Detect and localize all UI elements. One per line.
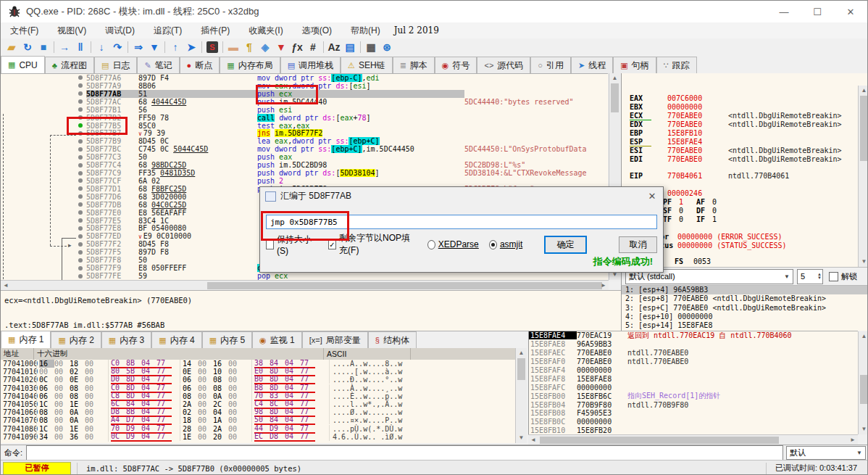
bp-dot[interactable] bbox=[78, 242, 83, 247]
register-row-EBX[interactable]: EBX00000000 bbox=[630, 103, 728, 111]
tab-调用堆栈[interactable]: ▤调用堆栈 bbox=[280, 57, 341, 73]
dump-row[interactable]: 77041090340036000CD904771E002000ECD80477… bbox=[1, 433, 515, 441]
menu-item[interactable]: 文件(F) bbox=[1, 25, 48, 37]
disasm-row[interactable]: 5D8F77C9FF35 0481D35Dpush dword ptr ds:[… bbox=[1, 169, 608, 177]
disasm-row[interactable]: 5D8F77AB51push ecx bbox=[1, 90, 608, 98]
argument-row[interactable]: 2: [esp+8] 770EABE0 <ntdll.DbgUiRemoteBr… bbox=[622, 294, 868, 303]
breakpoint-gutter[interactable] bbox=[1, 129, 86, 137]
dump-header-ascii[interactable]: ASCII bbox=[324, 348, 411, 360]
register-row-EIP[interactable]: EIP770B4061ntdll.770B4061 bbox=[630, 172, 789, 180]
bp-dot[interactable] bbox=[78, 234, 83, 239]
stack-row[interactable]: 15E8FAF815E8FAE8 bbox=[529, 374, 858, 383]
breakpoint-gutter[interactable] bbox=[1, 193, 86, 201]
bp-dot[interactable] bbox=[78, 226, 83, 231]
tab-CPU[interactable]: ▦CPU bbox=[1, 56, 45, 73]
tab-句柄[interactable]: ▣句柄 bbox=[613, 57, 656, 73]
breakpoint-gutter[interactable] bbox=[1, 122, 86, 130]
breakpoint-gutter[interactable] bbox=[1, 177, 86, 185]
disasm-row[interactable]: 5D8F77C350push eax bbox=[1, 153, 608, 161]
patch-icon[interactable]: ▬ bbox=[225, 40, 241, 54]
register-row-EDI[interactable]: EDI770EABE0<ntdll.DbgUiRemoteBreakin> bbox=[630, 155, 842, 163]
step-into-icon[interactable]: ↓ bbox=[93, 40, 109, 54]
bp-dot[interactable] bbox=[78, 171, 83, 175]
close-icon[interactable]: ■ bbox=[36, 40, 51, 54]
hash-icon[interactable]: # bbox=[305, 40, 321, 54]
menu-item[interactable]: 选项(O) bbox=[293, 25, 341, 37]
breakpoint-gutter[interactable] bbox=[1, 248, 86, 256]
tab-断点[interactable]: ●断点 bbox=[180, 57, 220, 73]
tab-内存 5[interactable]: ▦内存 5 bbox=[202, 331, 252, 348]
breakpoint-gutter[interactable] bbox=[1, 240, 86, 248]
dump-header-hex[interactable]: 十六进制 bbox=[34, 348, 324, 360]
bookmark-icon[interactable]: ▼ bbox=[273, 40, 289, 54]
dump-vscrollbar[interactable]: ▲ ▼ bbox=[515, 348, 527, 443]
breakpoint-gutter[interactable] bbox=[1, 209, 86, 217]
arguments-panel[interactable]: 1: [esp+4] 96A59BB32: [esp+8] 770EABE0 <… bbox=[621, 285, 868, 331]
ok-button[interactable]: 确定 bbox=[544, 236, 587, 254]
tab-跟踪[interactable]: ∵跟踪 bbox=[656, 57, 697, 73]
tab-引用[interactable]: ○引用 bbox=[530, 57, 571, 73]
register-row-EAX[interactable]: EAX007C6000 bbox=[630, 94, 728, 102]
maximize-button[interactable]: ☐ bbox=[801, 1, 834, 22]
execute-till-return-icon[interactable]: ⇒ bbox=[130, 40, 146, 54]
stack-row[interactable]: 15E8FB1015E8FB20 bbox=[529, 426, 858, 434]
restart-icon[interactable]: ↻ bbox=[20, 40, 36, 54]
bp-dot[interactable] bbox=[78, 147, 83, 152]
breakpoint-gutter[interactable] bbox=[1, 74, 86, 82]
function-icon[interactable]: ƒx bbox=[289, 40, 305, 54]
tab-脚本[interactable]: ≣脚本 bbox=[393, 57, 435, 73]
tab-内存 1[interactable]: ▦内存 1 bbox=[1, 331, 51, 348]
bp-dot[interactable] bbox=[78, 75, 83, 80]
bp-dot[interactable] bbox=[78, 139, 83, 144]
disasm-row[interactable]: 5D8F77AC68 4044C45Dpush im.5DC444405DC44… bbox=[1, 98, 608, 106]
breakpoint-gutter[interactable] bbox=[1, 256, 86, 264]
run-icon[interactable]: → bbox=[57, 40, 72, 54]
breakpoint-gutter[interactable] bbox=[1, 106, 86, 114]
register-row-ECX[interactable]: ECX770EABE0<ntdll.DbgUiRemoteBreakin> bbox=[630, 112, 842, 120]
bp-dot[interactable] bbox=[78, 91, 83, 96]
argument-row[interactable]: 1: [esp+4] 96A59BB3 bbox=[622, 286, 868, 294]
tab-监视 1[interactable]: ◉监视 1 bbox=[252, 331, 302, 348]
bp-dot[interactable] bbox=[78, 186, 83, 191]
bp-dot[interactable] bbox=[78, 210, 83, 215]
tab-内存 4[interactable]: ▦内存 4 bbox=[151, 331, 201, 348]
register-row-EBP[interactable]: EBP15E8FB10 bbox=[630, 129, 728, 137]
run-to-selection-icon[interactable]: ▼ bbox=[146, 40, 162, 54]
argument-row[interactable]: 4: [esp+10] 00000000 bbox=[622, 313, 868, 321]
stack-row[interactable]: 15E8FB0015E8FB6C指向SEH_Record[1]的指针 bbox=[529, 392, 858, 400]
bp-dot[interactable] bbox=[78, 202, 83, 207]
step-over-icon[interactable]: ↷ bbox=[109, 40, 125, 54]
stepper-arrows-icon[interactable]: ▲▼ bbox=[817, 273, 822, 280]
stack-row[interactable]: 15E8FAF0770EABE0ntdll.770EABE0 bbox=[529, 358, 858, 366]
tab-内存 2[interactable]: ▦内存 2 bbox=[51, 331, 101, 348]
comment-icon[interactable]: ¶ bbox=[241, 40, 257, 54]
stack-panel[interactable]: 15E8FAE4770EAC19返回到 ntdll.770EAC19 自 ntd… bbox=[528, 331, 858, 434]
xedparse-radio[interactable] bbox=[427, 240, 435, 249]
breakpoint-gutter[interactable] bbox=[1, 217, 86, 225]
cancel-button[interactable]: 取消 bbox=[619, 236, 657, 253]
bp-dot[interactable] bbox=[78, 274, 83, 278]
dialog-close-icon[interactable]: ✕ bbox=[641, 191, 663, 202]
dump-header-address[interactable]: 地址 bbox=[1, 348, 34, 360]
bp-dot[interactable] bbox=[78, 115, 83, 120]
breakpoint-gutter[interactable] bbox=[1, 145, 86, 153]
bp-dot[interactable] bbox=[78, 131, 83, 136]
arg-count-stepper[interactable]: 5 ▲▼ bbox=[797, 269, 823, 284]
register-row-ESP[interactable]: ESP15E8FAE4 bbox=[630, 138, 728, 146]
bp-dot[interactable] bbox=[78, 107, 83, 112]
bp-dot[interactable] bbox=[78, 258, 83, 263]
breakpoint-gutter[interactable] bbox=[1, 232, 86, 240]
disasm-row[interactable]: 5D8F77CF6A 02push 2 bbox=[1, 177, 608, 185]
unlock-checkbox[interactable]: 解锁 bbox=[829, 271, 857, 282]
breakpoint-gutter[interactable] bbox=[1, 82, 86, 90]
assemble-instruction-input[interactable]: jmp 0x5D8F77B5 bbox=[266, 215, 657, 229]
tab-内存布局[interactable]: ▦内存布局 bbox=[220, 57, 280, 73]
command-script-select[interactable]: 默认 ▼ bbox=[786, 446, 866, 460]
registers-vscrollbar[interactable]: ▲ ▼ bbox=[858, 86, 868, 267]
stack-row[interactable]: 15E8FAE896A59BB3 bbox=[529, 340, 858, 349]
tab-流程图[interactable]: ♣流程图 bbox=[45, 57, 94, 73]
menu-item[interactable]: 视图(V) bbox=[48, 25, 96, 37]
tab-线程[interactable]: ➤线程 bbox=[571, 57, 613, 73]
open-file-icon[interactable]: ▰ bbox=[4, 40, 20, 54]
breakpoint-gutter[interactable] bbox=[1, 185, 86, 193]
